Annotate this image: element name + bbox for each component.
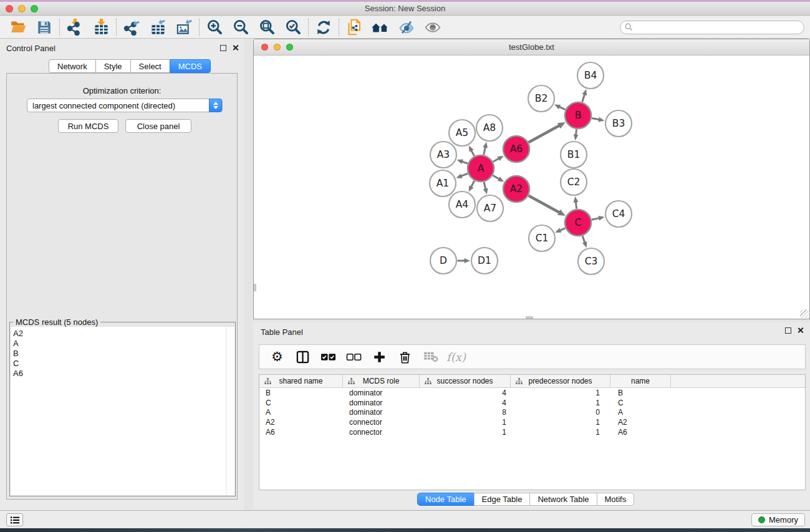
deselect-all-columns-icon[interactable]	[342, 346, 365, 367]
optimization-select[interactable]: largest connected component (directed)	[27, 99, 223, 112]
edge-B-B3[interactable]	[592, 118, 599, 119]
zoom-in-icon[interactable]	[201, 17, 228, 37]
cell-MCDS-role[interactable]: connector	[343, 418, 420, 427]
network-window-titlebar[interactable]: testGlobe.txt	[254, 39, 809, 56]
import-table-icon[interactable]	[88, 17, 114, 37]
edge-A-A1[interactable]	[461, 173, 468, 176]
close-panel-icon[interactable]	[232, 44, 239, 51]
table-row[interactable]: Bdominator41B	[259, 388, 805, 398]
tab-node-table[interactable]: Node Table	[417, 493, 475, 506]
delete-column-icon[interactable]	[393, 346, 417, 367]
mcds-result-list[interactable]: A2ABCA6	[11, 327, 226, 495]
column-header-shared-name[interactable]: shared name	[259, 375, 343, 387]
edge-A6-B[interactable]	[529, 125, 559, 142]
result-scrollbar[interactable]	[226, 327, 234, 495]
tab-edge-table[interactable]: Edge Table	[474, 493, 531, 506]
cell-predecessor-nodes[interactable]: 1	[511, 389, 610, 397]
column-header-name[interactable]: name	[610, 375, 671, 387]
cell-successor-nodes[interactable]: 1	[420, 428, 511, 437]
network-canvas[interactable]: AA1A2A3A4A5A6A7A8BB1B2B3B4CC1C2C3C4DD1	[254, 56, 809, 319]
home-icon[interactable]	[367, 17, 393, 37]
cell-name[interactable]: A6	[610, 428, 671, 437]
memory-button[interactable]: Memory	[751, 513, 805, 526]
vertical-scroll-hint[interactable]	[254, 284, 256, 291]
duplicate-network-icon[interactable]	[341, 17, 367, 37]
column-header-predecessor-nodes[interactable]: predecessor nodes	[511, 375, 610, 387]
mcds-result-item[interactable]: A6	[13, 369, 226, 379]
edge-A-A5[interactable]	[471, 150, 475, 156]
cell-predecessor-nodes[interactable]: 0	[511, 408, 610, 417]
tab-motifs[interactable]: Motifs	[597, 493, 635, 506]
cell-successor-nodes[interactable]: 1	[420, 418, 511, 427]
edge-A-A8[interactable]	[484, 147, 486, 155]
edge-B-B2[interactable]	[559, 107, 566, 110]
table-row[interactable]: Adominator80A	[259, 407, 805, 417]
cell-shared-name[interactable]: A6	[259, 428, 343, 437]
table-close-panel-icon[interactable]	[797, 327, 804, 334]
cell-predecessor-nodes[interactable]: 1	[511, 399, 610, 407]
tab-network[interactable]: Network	[49, 59, 96, 73]
cell-MCDS-role[interactable]: connector	[343, 428, 420, 437]
mcds-result-item[interactable]: A	[13, 339, 226, 349]
cell-name[interactable]: A2	[610, 418, 671, 427]
cell-shared-name[interactable]: A2	[259, 418, 343, 427]
network-minimize-button[interactable]	[274, 44, 281, 51]
settings-gear-icon[interactable]: ⚙	[266, 346, 289, 367]
export-table-icon[interactable]	[145, 17, 171, 37]
select-all-columns-icon[interactable]	[317, 346, 340, 367]
tab-select[interactable]: Select	[130, 59, 170, 73]
cell-shared-name[interactable]: B	[259, 389, 343, 397]
zoom-out-icon[interactable]	[228, 17, 254, 37]
cell-shared-name[interactable]: C	[259, 399, 343, 407]
cell-shared-name[interactable]: A	[259, 408, 343, 417]
close-panel-button[interactable]: Close panel	[125, 119, 191, 133]
cell-MCDS-role[interactable]: dominator	[343, 408, 420, 417]
edge-C-C4[interactable]	[592, 218, 599, 220]
search-input[interactable]	[620, 21, 804, 34]
column-header-successor-nodes[interactable]: successor nodes	[420, 375, 511, 387]
split-view-icon[interactable]	[291, 346, 314, 367]
float-panel-icon[interactable]	[220, 45, 226, 51]
mcds-result-item[interactable]: A2	[13, 329, 226, 339]
tab-style[interactable]: Style	[95, 59, 131, 73]
network-zoom-button[interactable]	[286, 44, 293, 51]
minimize-window-button[interactable]	[18, 5, 26, 12]
hide-panel-eye-icon[interactable]	[393, 17, 420, 37]
edge-C-C1[interactable]	[560, 228, 565, 231]
cell-MCDS-role[interactable]: dominator	[343, 399, 420, 407]
tab-mcds[interactable]: MCDS	[170, 59, 211, 73]
table-row[interactable]: Cdominator41C	[259, 398, 805, 408]
column-header-MCDS-role[interactable]: MCDS role	[343, 375, 420, 387]
table-row[interactable]: A2connector11A2	[259, 417, 805, 427]
import-network-icon[interactable]	[62, 17, 88, 37]
resize-grip-icon[interactable]	[800, 309, 809, 318]
edge-A2-C[interactable]	[529, 196, 559, 213]
save-icon[interactable]	[31, 17, 57, 37]
edge-B-B4[interactable]	[582, 94, 585, 102]
edge-A-A7[interactable]	[484, 182, 486, 189]
task-history-button[interactable]	[6, 513, 23, 526]
table-float-panel-icon[interactable]	[785, 327, 791, 334]
cell-successor-nodes[interactable]: 4	[420, 399, 511, 407]
edge-B-B1[interactable]	[576, 129, 576, 135]
zoom-selected-icon[interactable]	[280, 17, 306, 37]
cell-successor-nodes[interactable]: 4	[420, 389, 511, 397]
table-row[interactable]: A6connector11A6	[259, 427, 805, 437]
horizontal-scroll-hint[interactable]	[526, 316, 533, 319]
run-mcds-button[interactable]: Run MCDS	[58, 119, 118, 133]
panel-splitter[interactable]	[244, 39, 253, 510]
edge-A-A2[interactable]	[493, 175, 499, 179]
edge-A-A6[interactable]	[493, 158, 499, 162]
open-folder-icon[interactable]	[5, 17, 31, 37]
edge-A-A4[interactable]	[471, 181, 474, 187]
cell-MCDS-role[interactable]: dominator	[343, 389, 420, 397]
edge-C-C3[interactable]	[582, 236, 585, 243]
tab-network-table[interactable]: Network Table	[529, 493, 597, 506]
cell-successor-nodes[interactable]: 8	[420, 408, 511, 417]
cell-name[interactable]: C	[610, 399, 671, 407]
eye-icon[interactable]	[420, 17, 446, 37]
cell-predecessor-nodes[interactable]: 1	[511, 428, 610, 437]
zoom-window-button[interactable]	[31, 5, 38, 12]
network-close-button[interactable]	[261, 44, 268, 51]
close-window-button[interactable]	[6, 5, 13, 12]
